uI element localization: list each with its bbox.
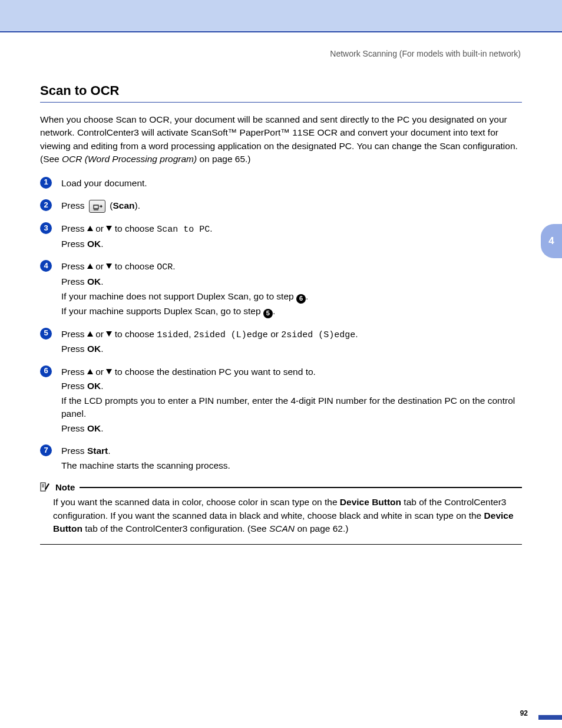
step-4-h: If your machine does not support Duplex … [61,291,296,301]
step-3-b: or [93,223,106,233]
step-5-p2: or [268,329,281,339]
note-title: Note [55,482,75,492]
intro-xref: OCR (Word Processing program) [62,154,197,164]
note-g: on page 62.) [295,523,348,533]
step-6-a: Press [61,367,87,377]
step-bullet-1: 1 [40,177,52,189]
step-4-ok: OK [87,276,101,286]
step-6-ok1: OK [87,381,101,391]
step-7-a: Press [61,446,87,456]
step-4-g: . [101,276,103,286]
step-5-m2: 2sided (L)edge [194,330,268,340]
step-7-d: The machine starts the scanning process. [61,459,522,472]
step-4-e: Press [61,276,87,286]
note-b: Device Button [340,497,401,507]
inline-step-ref-5: 5 [263,309,273,318]
step-6: 6 Press or to choose the destination PC … [40,365,522,435]
step-5-e: Press [61,344,87,354]
step-6-b: or [93,367,106,377]
note-f: SCAN [269,523,295,533]
step-6-k: . [101,423,103,433]
intro-paragraph: When you choose Scan to OCR, your docume… [40,113,522,166]
step-bullet-3: 3 [40,222,52,234]
note-block: Note If you want the scanned data in col… [40,482,522,544]
step-4-k: . [273,306,275,316]
step-7: 7 Press Start. The machine starts the sc… [40,444,522,472]
title-rule [40,102,522,103]
step-5-g: . [101,344,103,354]
step-3-mono: Scan to PC [157,225,210,235]
step-bullet-4: 4 [40,260,52,272]
step-1-text: Load your document. [61,177,522,190]
note-e: tab of the ControlCenter3 configuration.… [82,523,269,533]
step-4-mono: OCR [157,262,173,272]
step-5-b: or [93,329,106,339]
step-5-a: Press [61,329,87,339]
step-3-d: . [210,223,212,233]
note-pencil-icon [40,482,51,492]
step-4-d: . [173,261,175,271]
note-a: If you want the scanned data in color, c… [53,497,340,507]
step-bullet-5: 5 [40,328,52,340]
arrow-up-icon [87,331,93,337]
step-2-paren-close: ). [134,200,140,210]
arrow-down-icon [106,226,112,231]
step-5-d: . [355,329,358,339]
step-7-c: . [108,446,110,456]
step-7-start: Start [87,446,108,456]
page-body: Network Scanning (For models with built-… [0,32,562,728]
arrow-down-icon [106,331,112,337]
step-bullet-2: 2 [40,199,52,211]
arrow-up-icon [87,369,93,374]
step-3: 3 Press or to choose Scan to PC. Press O… [40,222,522,251]
step-5: 5 Press or to choose 1sided, 2sided (L)e… [40,328,522,356]
step-6-ok2: OK [87,423,101,433]
step-3-c: to choose [112,223,157,233]
note-rule-bottom [40,544,522,545]
running-head: Network Scanning (For models with built-… [0,32,562,58]
inline-step-ref-6a: 6 [296,294,306,304]
step-list: 1 Load your document. 2 Press [40,177,522,472]
step-bullet-6: 6 [40,365,52,377]
step-2-pre: Press [61,200,87,210]
step-6-g: . [101,381,103,391]
step-bullet-7: 7 [40,444,52,456]
step-6-i: Press [61,423,87,433]
intro-text-post: on page 65.) [197,154,250,164]
step-5-m1: 1sided [157,330,189,340]
step-3-e: Press [61,239,87,249]
arrow-down-icon [106,369,112,374]
step-6-h: If the LCD prompts you to enter a PIN nu… [61,394,522,421]
step-3-a: Press [61,223,87,233]
step-4-c: to choose [112,261,157,271]
step-2: 2 Press (Scan). [40,199,522,213]
step-3-ok: OK [87,239,101,249]
step-5-ok: OK [87,344,101,354]
page-number: 92 [520,709,528,717]
top-color-band [0,0,562,32]
chapter-side-tab: 4 [541,224,562,258]
note-rule-top [80,487,522,488]
arrow-down-icon [106,263,112,269]
step-3-g: . [101,239,103,249]
step-1: 1 Load your document. [40,177,522,190]
step-2-scan: Scan [113,200,134,210]
footer-accent-bar [538,715,562,720]
section-title: Scan to OCR [40,83,522,98]
step-5-p1: , [189,329,194,339]
step-4: 4 Press or to choose OCR. Press OK. If y… [40,260,522,318]
step-5-m3: 2sided (S)edge [281,330,355,340]
step-5-c: to choose [112,329,157,339]
arrow-up-icon [87,226,93,231]
step-6-e: Press [61,381,87,391]
step-4-b: or [93,261,106,271]
arrow-up-icon [87,263,93,269]
step-4-j: If your machine supports Duplex Scan, go… [61,306,263,316]
step-4-i: . [306,291,308,301]
step-6-c: to choose the destination PC you want to… [112,367,316,377]
scan-key-icon [89,200,105,213]
note-body: If you want the scanned data in color, c… [40,492,522,541]
step-4-a: Press [61,261,87,271]
